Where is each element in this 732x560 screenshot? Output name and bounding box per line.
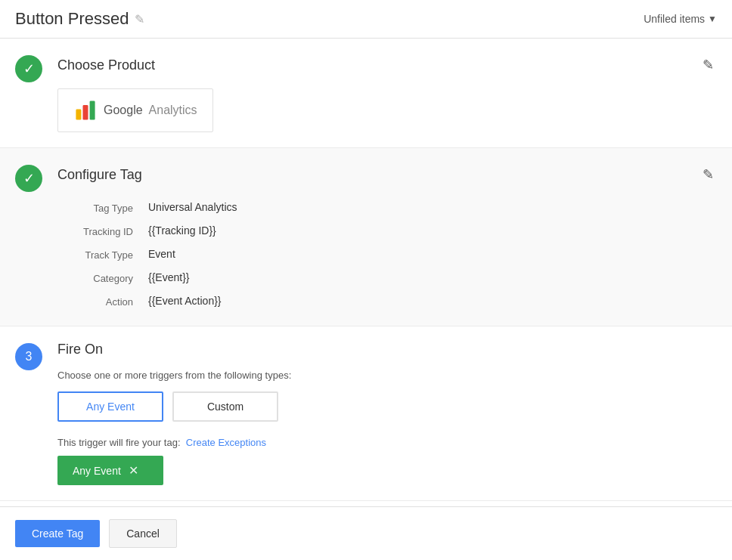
action-value: {{Event Action}} <box>148 295 717 308</box>
step2-indicator: ✓ <box>15 165 42 192</box>
choose-product-body: Choose Product ✎ Google Analytics <box>57 54 717 132</box>
checkmark-icon-2: ✓ <box>23 170 35 187</box>
choose-product-edit-icon[interactable]: ✎ <box>699 54 717 76</box>
svg-rect-2 <box>90 101 95 119</box>
selected-trigger-badge: Any Event ✕ <box>57 456 163 485</box>
top-bar: Button Pressed ✎ Unfiled items ▼ <box>0 0 732 39</box>
svg-rect-0 <box>76 110 81 120</box>
analytics-text: Analytics <box>149 104 197 117</box>
svg-rect-1 <box>83 105 88 120</box>
step3-indicator: 3 <box>15 343 42 370</box>
category-value: {{Event}} <box>148 271 717 284</box>
tag-type-value: Universal Analytics <box>148 201 717 214</box>
configure-tag-section: ✓ Configure Tag ✎ Tag Type Universal Ana… <box>0 148 732 326</box>
tracking-id-value: {{Tracking ID}} <box>148 224 717 237</box>
choose-product-header: Choose Product ✎ <box>57 54 717 76</box>
remove-trigger-icon[interactable]: ✕ <box>129 463 138 478</box>
choose-product-title: Choose Product <box>57 57 155 73</box>
google-text: Google <box>104 104 143 117</box>
cancel-button[interactable]: Cancel <box>109 519 177 548</box>
tag-config-table: Tag Type Universal Analytics Tracking ID… <box>57 198 717 311</box>
bottom-bar: Create Tag Cancel <box>0 506 732 560</box>
configure-tag-edit-icon[interactable]: ✎ <box>699 163 717 186</box>
category-label: Category <box>57 271 148 284</box>
step3-number: 3 <box>26 350 33 364</box>
page-wrapper: Button Pressed ✎ Unfiled items ▼ ✓ Choos… <box>0 0 732 560</box>
fire-on-title: Fire On <box>57 342 103 357</box>
selected-trigger-label: Any Event <box>73 465 121 477</box>
page-title: Button Pressed ✎ <box>15 9 144 29</box>
choose-product-section: ✓ Choose Product ✎ Google <box>0 39 732 148</box>
tracking-id-label: Tracking ID <box>57 224 148 237</box>
any-event-trigger-button[interactable]: Any Event <box>57 391 163 422</box>
trigger-note: This trigger will fire your tag: Create … <box>57 437 717 448</box>
title-edit-icon[interactable]: ✎ <box>135 12 144 26</box>
trigger-buttons-group: Any Event Custom <box>57 391 717 422</box>
tag-type-label: Tag Type <box>57 201 148 214</box>
product-box: Google Analytics <box>57 88 213 132</box>
step1-indicator: ✓ <box>15 55 42 82</box>
configure-tag-title: Configure Tag <box>57 167 142 183</box>
track-type-label: Track Type <box>57 248 148 261</box>
configure-tag-body: Configure Tag ✎ Tag Type Universal Analy… <box>57 163 717 311</box>
main-content: ✓ Choose Product ✎ Google <box>0 39 732 506</box>
create-tag-button[interactable]: Create Tag <box>15 520 100 547</box>
fire-on-header: Fire On <box>57 342 717 357</box>
fire-on-section: 3 Fire On Choose one or more triggers fr… <box>0 326 732 501</box>
action-label: Action <box>57 295 148 308</box>
track-type-value: Event <box>148 248 717 261</box>
create-exceptions-link[interactable]: Create Exceptions <box>186 437 266 448</box>
trigger-note-text: This trigger will fire your tag: <box>57 437 181 448</box>
custom-trigger-button[interactable]: Custom <box>172 391 278 422</box>
fire-on-description: Choose one or more triggers from the fol… <box>57 370 717 381</box>
title-text: Button Pressed <box>15 9 129 29</box>
fire-on-body: Fire On Choose one or more triggers from… <box>57 342 717 485</box>
unfiled-items-button[interactable]: Unfiled items ▼ <box>644 13 717 25</box>
ga-logo <box>73 98 98 122</box>
chevron-down-icon: ▼ <box>708 14 717 24</box>
checkmark-icon: ✓ <box>23 60 35 77</box>
configure-tag-header: Configure Tag ✎ <box>57 163 717 186</box>
unfiled-items-label: Unfiled items <box>644 13 705 25</box>
